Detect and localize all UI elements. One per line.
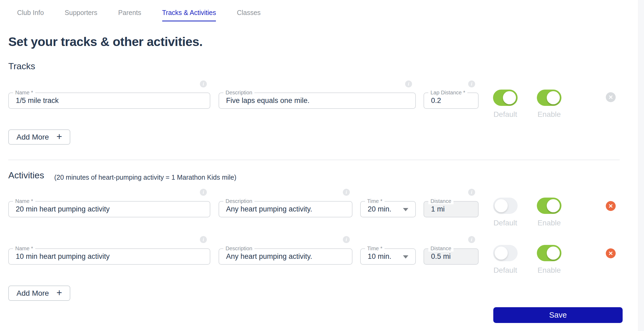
activities-section-title: Activities — [8, 170, 44, 180]
page-title: Set your tracks & other activities. — [8, 34, 203, 49]
track-lap-distance-input[interactable]: Lap Distance * 0.2 — [424, 93, 479, 109]
toggle-knob — [503, 91, 516, 104]
info-icon[interactable]: i — [200, 236, 207, 243]
track-description-input[interactable]: Description Five laps equals one mile. — [219, 93, 416, 109]
activity-name-value[interactable]: 10 min heart pumping activity — [16, 249, 110, 264]
tab-supporters[interactable]: Supporters — [65, 9, 97, 21]
info-icon[interactable]: i — [343, 236, 350, 243]
default-toggle[interactable] — [493, 198, 518, 214]
plus-icon: + — [56, 131, 62, 142]
info-icon[interactable]: i — [468, 80, 475, 87]
toggle-knob — [495, 199, 508, 212]
activity-time-select[interactable]: Time * 20 min. — [360, 201, 416, 217]
activity-distance-value: 0.5 mi — [431, 249, 451, 264]
info-icon[interactable]: i — [405, 80, 412, 87]
enable-toggle[interactable] — [537, 245, 561, 261]
activity-time-select[interactable]: Time * 10 min. — [360, 248, 416, 265]
chevron-down-icon[interactable] — [403, 208, 408, 211]
add-more-activity-button[interactable]: Add More + — [8, 286, 70, 301]
activity-name-value[interactable]: 20 min heart pumping activity — [16, 202, 110, 217]
tab-bar: Club Info Supporters Parents Tracks & Ac… — [17, 9, 261, 21]
save-button[interactable]: Save — [493, 307, 623, 323]
toggle-knob — [547, 199, 560, 212]
activity-description-input[interactable]: Description Any heart pumping activity. — [219, 201, 352, 217]
activity-distance-input: Distance 0.5 mi — [424, 248, 479, 265]
tab-classes[interactable]: Classes — [237, 9, 261, 21]
remove-activity-icon[interactable]: ✕ — [606, 248, 616, 258]
toggle-knob — [547, 247, 560, 260]
activity-name-input[interactable]: Name * 10 min heart pumping activity — [8, 248, 210, 265]
activity-distance-value: 1 mi — [431, 202, 445, 217]
tracks-section-title: Tracks — [8, 61, 35, 71]
info-icon[interactable]: i — [200, 189, 207, 196]
activity-description-value[interactable]: Any heart pumping activity. — [226, 249, 312, 264]
scrollbar[interactable] — [638, 0, 644, 331]
activities-section-subtitle: (20 minutes of heart-pumping activity = … — [54, 174, 236, 181]
enable-toggle-label: Enable — [537, 219, 561, 227]
activity-description-input[interactable]: Description Any heart pumping activity. — [219, 248, 352, 265]
activity-time-value[interactable]: 10 min. — [368, 249, 391, 264]
default-toggle[interactable] — [493, 245, 518, 261]
default-toggle-label: Default — [493, 219, 518, 227]
info-icon[interactable]: i — [468, 189, 475, 196]
track-lap-distance-value[interactable]: 0.2 — [431, 93, 441, 108]
activity-distance-input: Distance 1 mi — [424, 201, 479, 217]
plus-icon: + — [56, 287, 62, 298]
track-description-value[interactable]: Five laps equals one mile. — [226, 93, 309, 108]
activity-time-value[interactable]: 20 min. — [368, 202, 391, 217]
enable-toggle-label: Enable — [537, 110, 561, 119]
chevron-down-icon[interactable] — [403, 255, 408, 259]
activity-description-value[interactable]: Any heart pumping activity. — [226, 202, 312, 217]
default-toggle[interactable] — [493, 90, 518, 106]
remove-activity-icon[interactable]: ✕ — [606, 201, 616, 211]
section-divider — [8, 160, 620, 160]
activity-name-input[interactable]: Name * 20 min heart pumping activity — [8, 201, 210, 217]
toggle-knob — [547, 91, 560, 104]
info-icon[interactable]: i — [343, 189, 350, 196]
enable-toggle[interactable] — [537, 90, 561, 106]
info-icon[interactable]: i — [200, 80, 207, 87]
remove-track-icon[interactable]: ✕ — [606, 92, 616, 102]
default-toggle-label: Default — [493, 110, 518, 119]
track-name-input[interactable]: Name * 1/5 mile track — [8, 93, 210, 109]
add-more-label: Add More — [17, 289, 49, 298]
default-toggle-label: Default — [493, 266, 518, 275]
enable-toggle[interactable] — [537, 198, 561, 214]
track-name-value[interactable]: 1/5 mile track — [16, 93, 59, 108]
tab-tracks-activities[interactable]: Tracks & Activities — [162, 9, 216, 21]
add-more-track-button[interactable]: Add More + — [8, 129, 70, 145]
info-icon[interactable]: i — [468, 236, 475, 243]
tab-club-info[interactable]: Club Info — [17, 9, 44, 21]
enable-toggle-label: Enable — [537, 266, 561, 275]
tab-parents[interactable]: Parents — [118, 9, 141, 21]
add-more-label: Add More — [17, 133, 49, 141]
toggle-knob — [495, 247, 508, 260]
